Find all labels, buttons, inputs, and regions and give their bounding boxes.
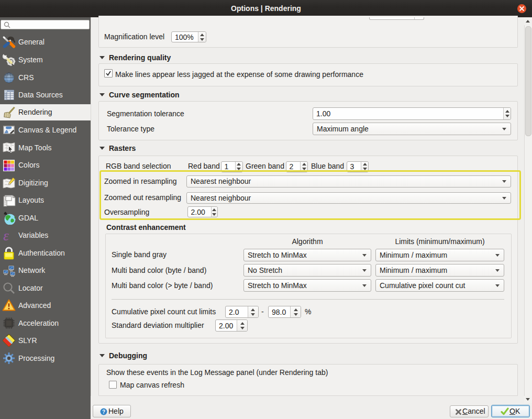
svg-text:ε: ε (4, 228, 9, 242)
svg-text:?: ? (102, 409, 105, 414)
